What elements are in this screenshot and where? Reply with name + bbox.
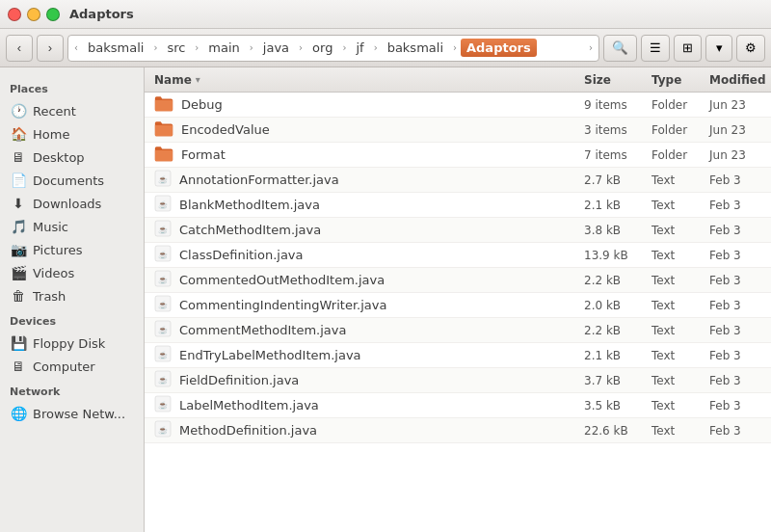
file-name-cell: ☕ EndTryLabelMethodItem.java <box>145 345 578 365</box>
main-content: Places 🕐 Recent 🏠 Home 🖥 Desktop 📄 Docum… <box>0 67 771 532</box>
downloads-icon: ⬇ <box>10 196 27 211</box>
column-size[interactable]: Size <box>578 69 646 91</box>
svg-text:☕: ☕ <box>158 325 168 334</box>
breadcrumb-item-java[interactable]: java <box>257 39 295 57</box>
list-icon: ☰ <box>650 40 661 55</box>
java-file-icon: ☕ <box>154 295 172 315</box>
breadcrumb-item-adaptors[interactable]: Adaptors <box>461 39 537 57</box>
breadcrumb-item-baksmali[interactable]: baksmali <box>382 39 449 57</box>
sidebar-item-trash[interactable]: 🗑 Trash <box>0 284 144 307</box>
gear-icon: ⚙ <box>745 40 757 55</box>
minimize-button[interactable] <box>27 8 40 21</box>
file-modified-cell: Jun 23 <box>704 148 771 162</box>
close-button[interactable] <box>8 8 21 21</box>
sidebar-label-trash: Trash <box>33 289 66 304</box>
breadcrumb-item-baksmali[interactable]: baksmali <box>82 39 149 57</box>
java-file-icon: ☕ <box>154 170 172 190</box>
sort-indicator: ▾ <box>196 74 200 85</box>
sidebar-item-videos[interactable]: 🎬 Videos <box>0 261 144 284</box>
sidebar-item-documents[interactable]: 📄 Documents <box>0 169 144 192</box>
table-row[interactable]: ☕ CatchMethodItem.java3.8 kBTextFeb 3 <box>145 218 771 243</box>
table-row[interactable]: EncodedValue3 itemsFolderJun 23 <box>145 118 771 143</box>
file-size-cell: 13.9 kB <box>578 249 646 262</box>
file-type-cell: Text <box>646 199 704 212</box>
java-file-icon: ☕ <box>154 220 172 240</box>
table-row[interactable]: ☕ MethodDefinition.java22.6 kBTextFeb 3 <box>145 418 771 443</box>
table-row[interactable]: ☕ AnnotationFormatter.java2.7 kBTextFeb … <box>145 168 771 193</box>
sidebar-label-network: Browse Netw... <box>33 407 125 421</box>
file-type-cell: Text <box>646 224 704 237</box>
grid-view-button[interactable]: ⊞ <box>674 35 702 62</box>
table-row[interactable]: Debug9 itemsFolderJun 23 <box>145 93 771 118</box>
svg-text:☕: ☕ <box>158 275 168 284</box>
column-name[interactable]: Name ▾ <box>145 69 578 91</box>
file-type-cell: Text <box>646 299 704 312</box>
svg-text:☕: ☕ <box>158 225 168 234</box>
titlebar: Adaptors <box>0 0 771 29</box>
file-list-area: Name ▾ Size Type Modified Debug9 itemsFo… <box>145 67 771 532</box>
file-name-text: CommentingIndentingWriter.java <box>179 298 386 312</box>
java-file-icon: ☕ <box>154 245 172 265</box>
sidebar-item-pictures[interactable]: 📷 Pictures <box>0 238 144 261</box>
file-name-cell: ☕ AnnotationFormatter.java <box>145 170 578 190</box>
java-file-icon: ☕ <box>154 370 172 390</box>
folder-icon <box>154 145 173 165</box>
sidebar-item-recent[interactable]: 🕐 Recent <box>0 99 144 122</box>
search-button[interactable]: 🔍 <box>603 35 637 62</box>
column-type[interactable]: Type <box>646 69 704 91</box>
table-row[interactable]: Format7 itemsFolderJun 23 <box>145 143 771 168</box>
column-modified[interactable]: Modified <box>704 69 771 91</box>
back-button[interactable]: ‹ <box>6 35 33 62</box>
sidebar-item-floppy[interactable]: 💾 Floppy Disk <box>0 332 144 355</box>
file-size-cell: 3.8 kB <box>578 224 646 237</box>
table-row[interactable]: ☕ BlankMethodItem.java2.1 kBTextFeb 3 <box>145 193 771 218</box>
sidebar-item-home[interactable]: 🏠 Home <box>0 122 144 146</box>
file-name-cell: ☕ CommentedOutMethodItem.java <box>145 270 578 290</box>
sidebar-label-recent: Recent <box>33 104 76 119</box>
music-icon: 🎵 <box>10 219 27 234</box>
file-name-cell: ☕ MethodDefinition.java <box>145 420 578 440</box>
breadcrumbs: baksmali›src›main›java›org›jf›baksmali›A… <box>82 39 585 57</box>
svg-text:☕: ☕ <box>158 400 168 410</box>
sidebar-label-desktop: Desktop <box>33 150 85 165</box>
file-size-cell: 3.7 kB <box>578 374 646 387</box>
sidebar-item-desktop[interactable]: 🖥 Desktop <box>0 146 144 169</box>
file-size-cell: 2.1 kB <box>578 199 646 212</box>
file-modified-cell: Feb 3 <box>704 173 771 187</box>
file-type-cell: Folder <box>646 123 704 137</box>
maximize-button[interactable] <box>46 8 60 21</box>
breadcrumb-item-jf[interactable]: jf <box>350 39 369 57</box>
sidebar-item-music[interactable]: 🎵 Music <box>0 215 144 238</box>
file-size-cell: 3 items <box>578 123 646 137</box>
breadcrumb-separator: › <box>340 42 348 53</box>
forward-button[interactable]: › <box>37 35 64 62</box>
table-row[interactable]: ☕ FieldDefinition.java3.7 kBTextFeb 3 <box>145 368 771 393</box>
table-row[interactable]: ☕ CommentedOutMethodItem.java2.2 kBTextF… <box>145 268 771 293</box>
file-name-text: LabelMethodItem.java <box>179 398 319 412</box>
table-row[interactable]: ☕ EndTryLabelMethodItem.java2.1 kBTextFe… <box>145 343 771 368</box>
devices-header: Devices <box>0 307 144 332</box>
sidebar-item-computer[interactable]: 🖥 Computer <box>0 355 144 378</box>
file-name-cell: ☕ ClassDefinition.java <box>145 245 578 265</box>
breadcrumb-item-src[interactable]: src <box>161 39 191 57</box>
breadcrumb-item-main[interactable]: main <box>202 39 245 57</box>
sidebar-item-downloads[interactable]: ⬇ Downloads <box>0 192 144 215</box>
sidebar-item-network[interactable]: 🌐 Browse Netw... <box>0 402 144 425</box>
svg-text:☕: ☕ <box>158 250 168 259</box>
table-row[interactable]: ☕ CommentingIndentingWriter.java2.0 kBTe… <box>145 293 771 318</box>
file-name-text: CommentMethodItem.java <box>179 323 346 337</box>
file-modified-cell: Feb 3 <box>704 424 771 438</box>
breadcrumb-item-org[interactable]: org <box>306 39 338 57</box>
settings-button[interactable]: ⚙ <box>736 35 765 62</box>
file-type-cell: Text <box>646 349 704 362</box>
java-file-icon: ☕ <box>154 420 172 440</box>
list-view-button[interactable]: ☰ <box>641 35 670 62</box>
file-name-text: ClassDefinition.java <box>179 248 304 262</box>
window-controls <box>8 8 60 21</box>
file-name-text: MethodDefinition.java <box>179 423 317 438</box>
dropdown-button[interactable]: ▾ <box>705 35 732 62</box>
table-row[interactable]: ☕ ClassDefinition.java13.9 kBTextFeb 3 <box>145 243 771 268</box>
grid-icon: ⊞ <box>682 40 693 55</box>
table-row[interactable]: ☕ LabelMethodItem.java3.5 kBTextFeb 3 <box>145 393 771 418</box>
table-row[interactable]: ☕ CommentMethodItem.java2.2 kBTextFeb 3 <box>145 318 771 343</box>
